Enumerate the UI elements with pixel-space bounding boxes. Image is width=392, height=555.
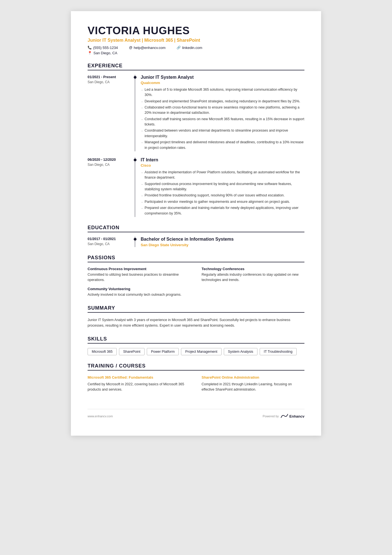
- bullet: Led a team of 5 to integrate Microsoft 3…: [141, 87, 304, 98]
- training-section: TRAINING / COURSES Microsoft 365 Certifi…: [88, 363, 304, 392]
- linkedin-value: linkedin.com: [182, 46, 202, 50]
- link-icon: 🔗: [177, 46, 181, 50]
- edu-1-school: San Diego State University: [141, 243, 304, 247]
- summary-title: SUMMARY: [88, 305, 304, 313]
- phone-value: (555) 555-1234: [93, 46, 118, 50]
- edu-1-divider: [135, 237, 135, 247]
- phone-icon: 📞: [88, 46, 92, 50]
- skill-tag-3: Project Management: [181, 348, 221, 355]
- skill-tag-5: IT Troubleshooting: [260, 348, 297, 355]
- entry-2-date: 06/2020 - 12/2020: [88, 157, 130, 162]
- powered-label: Powered by: [263, 415, 279, 418]
- email-value: help@enhancv.com: [134, 46, 165, 50]
- email-contact: @ help@enhancv.com: [129, 46, 165, 50]
- candidate-name: VICTORIA HUGHES: [88, 25, 304, 37]
- entry-1-date: 01/2021 - Present: [88, 75, 130, 80]
- skill-tag-4: System Analysis: [224, 348, 257, 355]
- skill-tag-0: Microsoft 365: [88, 348, 117, 355]
- edu-1-degree: Bachelor of Science in Information Syste…: [141, 237, 304, 242]
- candidate-title: Junior IT System Analyst | Microsoft 365…: [88, 38, 304, 43]
- skills-section: SKILLS Microsoft 365 SharePoint Power Pl…: [88, 336, 304, 355]
- passion-2-desc: Regularly attends industry conferences t…: [202, 272, 304, 283]
- education-section: EDUCATION 01/2017 - 01/2021 San Diego, C…: [88, 225, 304, 247]
- bullet: Developed and implemented SharePoint str…: [141, 99, 304, 104]
- bullet: Conducted staff training sessions on new…: [141, 117, 304, 127]
- phone-contact: 📞 (555) 555-1234: [88, 46, 118, 50]
- passion-2-title: Technology Conferences: [202, 267, 304, 271]
- training-1-title: Microsoft 365 Certified: Fundamentals: [88, 375, 190, 380]
- passion-item-1: Continuous Process Improvement Committed…: [88, 267, 190, 283]
- education-entry-1: 01/2017 - 01/2021 San Diego, CA Bachelor…: [88, 237, 304, 247]
- entry-1-company: Qualcomm: [141, 81, 304, 85]
- training-2-title: SharePoint Online Administration: [202, 375, 304, 380]
- entry-2-left: 06/2020 - 12/2020 San Diego, CA: [88, 157, 135, 217]
- training-grid: Microsoft 365 Certified: Fundamentals Ce…: [88, 375, 304, 392]
- bullet: Prepared user documentation and training…: [141, 205, 304, 216]
- location-icon: 📍: [88, 51, 92, 55]
- bullet: Coordinated between vendors and internal…: [141, 128, 304, 139]
- footer: www.enhancv.com Powered by Enhancv: [88, 409, 304, 419]
- entry-1-location: San Diego, CA: [88, 80, 130, 84]
- contact-row: 📞 (555) 555-1234 @ help@enhancv.com 🔗 li…: [88, 46, 304, 50]
- entry-1-job-title: Junior IT System Analyst: [141, 75, 304, 80]
- skills-row: Microsoft 365 SharePoint Power Platform …: [88, 348, 304, 355]
- entry-1-left: 01/2021 - Present San Diego, CA: [88, 75, 135, 151]
- edu-1-location: San Diego, CA: [88, 242, 130, 246]
- edu-1-left: 01/2017 - 01/2021 San Diego, CA: [88, 237, 135, 247]
- entry-2-job-title: IT Intern: [141, 157, 304, 162]
- skill-tag-2: Power Platform: [147, 348, 179, 355]
- location-value: San Diego, CA: [93, 51, 117, 55]
- summary-text: Junior IT System Analyst with 3 years of…: [88, 317, 304, 328]
- footer-powered: Powered by Enhancv: [263, 414, 304, 419]
- email-icon: @: [129, 46, 132, 50]
- footer-logo: Enhancv: [281, 414, 304, 419]
- bullet: Supported continuous process improvement…: [141, 181, 304, 192]
- footer-url: www.enhancv.com: [88, 415, 113, 418]
- training-item-2: SharePoint Online Administration Complet…: [202, 375, 304, 392]
- entry-2-bullets: Assisted in the implementation of Power …: [141, 170, 304, 216]
- resume-page: VICTORIA HUGHES Junior IT System Analyst…: [71, 11, 321, 436]
- passions-title: PASSIONS: [88, 255, 304, 262]
- bullet: Participated in vendor meetings to gathe…: [141, 199, 304, 204]
- entry-2-right: IT Intern Cisco Assisted in the implemen…: [135, 157, 304, 217]
- experience-entry-2: 06/2020 - 12/2020 San Diego, CA IT Inter…: [88, 157, 304, 217]
- summary-section: SUMMARY Junior IT System Analyst with 3 …: [88, 305, 304, 328]
- entry-2-company: Cisco: [141, 163, 304, 167]
- experience-title: EXPERIENCE: [88, 63, 304, 70]
- entry-2-divider: [135, 157, 135, 217]
- passions-grid: Continuous Process Improvement Committed…: [88, 267, 304, 297]
- passion-1-desc: Committed to utilizing best business pra…: [88, 272, 190, 283]
- brand-name: Enhancv: [289, 414, 304, 418]
- enhancv-logo-icon: [281, 414, 288, 419]
- edu-1-right: Bachelor of Science in Information Syste…: [135, 237, 304, 247]
- passion-item-2: Technology Conferences Regularly attends…: [202, 267, 304, 283]
- passion-1-title: Continuous Process Improvement: [88, 267, 190, 271]
- experience-section: EXPERIENCE 01/2021 - Present San Diego, …: [88, 63, 304, 217]
- linkedin-contact: 🔗 linkedin.com: [177, 46, 202, 50]
- entry-1-bullets: Led a team of 5 to integrate Microsoft 3…: [141, 87, 304, 151]
- bullet: Assisted in the implementation of Power …: [141, 170, 304, 181]
- bullet: Collaborated with cross-functional teams…: [141, 105, 304, 116]
- training-item-1: Microsoft 365 Certified: Fundamentals Ce…: [88, 375, 190, 392]
- passion-item-3: Community Volunteering Actively involved…: [88, 287, 190, 297]
- training-title: TRAINING / COURSES: [88, 363, 304, 371]
- entry-1-divider: [135, 75, 135, 151]
- passion-3-desc: Actively involved in local community tec…: [88, 292, 190, 297]
- passions-section: PASSIONS Continuous Process Improvement …: [88, 255, 304, 297]
- entry-2-location: San Diego, CA: [88, 163, 130, 167]
- skill-tag-1: SharePoint: [119, 348, 145, 355]
- location-row: 📍 San Diego, CA: [88, 51, 304, 55]
- experience-entry-1: 01/2021 - Present San Diego, CA Junior I…: [88, 75, 304, 151]
- education-title: EDUCATION: [88, 225, 304, 232]
- passion-3-title: Community Volunteering: [88, 287, 190, 291]
- training-1-desc: Certified by Microsoft in 2022, covering…: [88, 382, 190, 392]
- training-2-desc: Completed in 2021 through LinkedIn Learn…: [202, 382, 304, 392]
- header: VICTORIA HUGHES Junior IT System Analyst…: [88, 25, 304, 55]
- entry-1-right: Junior IT System Analyst Qualcomm Led a …: [135, 75, 304, 151]
- edu-1-date: 01/2017 - 01/2021: [88, 237, 130, 242]
- bullet: Managed project timelines and delivered …: [141, 140, 304, 151]
- skills-title: SKILLS: [88, 336, 304, 344]
- bullet: Provided frontline troubleshooting suppo…: [141, 193, 304, 198]
